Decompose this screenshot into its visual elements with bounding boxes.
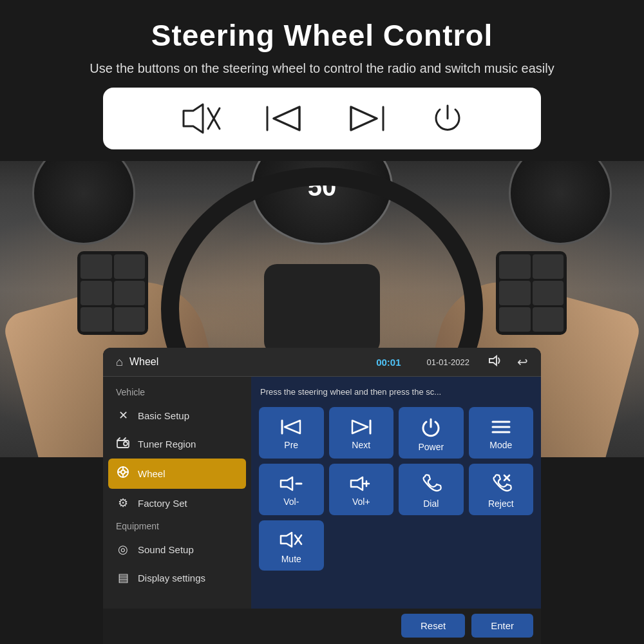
sidebar-label-tuner-region: Tuner Region xyxy=(138,439,196,450)
sidebar-item-basic-setup[interactable]: ✕ Basic Setup xyxy=(103,401,251,430)
sidebar-section-vehicle: Vehicle xyxy=(103,383,251,401)
wrench-icon: ✕ xyxy=(116,408,130,422)
mode-button-label: Mode xyxy=(489,440,512,450)
button-grid-row3: Mute xyxy=(259,520,533,571)
svg-marker-27 xyxy=(351,477,363,490)
panel-time: 00:01 xyxy=(376,357,401,368)
button-grid-row1: Pre Next Power xyxy=(259,407,533,459)
subtitle: Use the buttons on the steering wheel to… xyxy=(39,59,605,77)
wheel-buttons-left xyxy=(77,251,148,335)
panel-date: 01-01-2022 xyxy=(427,357,470,367)
next-icon xyxy=(345,99,390,138)
mute-button[interactable]: Mute xyxy=(259,520,324,571)
dial-label: Dial xyxy=(423,498,439,509)
sidebar-item-display-settings[interactable]: ▤ Display settings xyxy=(103,564,251,592)
sidebar-section-equipment: Equipment xyxy=(103,517,251,535)
svg-point-9 xyxy=(124,442,128,446)
mode-button[interactable]: Mode xyxy=(469,407,534,459)
panel-body: Vehicle ✕ Basic Setup Tuner Region xyxy=(103,377,541,609)
wheel-buttons-right xyxy=(496,251,567,335)
vol-plus-label: Vol+ xyxy=(352,497,370,507)
svg-marker-21 xyxy=(352,421,368,433)
vol-minus-button[interactable]: Vol- xyxy=(259,464,324,515)
home-icon: ⌂ xyxy=(116,355,123,369)
enter-button[interactable]: Enter xyxy=(471,614,533,638)
factory-icon: ⚙ xyxy=(116,496,130,510)
instruction-text: Press the steering wheel and then press … xyxy=(259,384,533,402)
display-icon: ▤ xyxy=(116,571,130,585)
svg-marker-0 xyxy=(184,104,203,133)
reject-button[interactable]: Reject xyxy=(469,464,534,515)
power-button[interactable]: Power xyxy=(399,407,464,459)
sidebar-item-tuner-region[interactable]: Tuner Region xyxy=(103,430,251,459)
wheel-icon xyxy=(116,466,130,482)
panel-title: Wheel xyxy=(129,356,158,368)
svg-marker-32 xyxy=(281,533,292,547)
next-button[interactable]: Next xyxy=(329,407,394,459)
sidebar-label-factory-set: Factory Set xyxy=(138,498,187,509)
sidebar-label-wheel: Wheel xyxy=(138,468,166,479)
vol-plus-button[interactable]: Vol+ xyxy=(329,464,394,515)
svg-marker-7 xyxy=(489,356,497,365)
volume-icon xyxy=(489,355,503,370)
pre-button[interactable]: Pre xyxy=(259,407,324,459)
prev-icon xyxy=(261,99,306,138)
radio-icon xyxy=(116,437,130,451)
reset-button[interactable]: Reset xyxy=(401,614,465,638)
dial-button[interactable]: Dial xyxy=(399,464,464,515)
svg-marker-4 xyxy=(274,107,299,130)
panel-header: ⌂ Wheel 00:01 01-01-2022 ↩ xyxy=(103,348,541,377)
mute-icon xyxy=(177,99,222,138)
button-grid-row2: Vol- Vol+ Dial xyxy=(259,464,533,515)
wheel-inner xyxy=(264,264,380,354)
svg-marker-6 xyxy=(351,107,377,130)
ui-panel: ⌂ Wheel 00:01 01-01-2022 ↩ Vehicle ✕ Bas… xyxy=(103,348,541,644)
svg-marker-25 xyxy=(281,477,292,490)
sidebar-label-sound-setup: Sound Setup xyxy=(138,544,194,555)
sound-icon: ◎ xyxy=(116,542,130,556)
icon-bar xyxy=(103,88,541,149)
sidebar-item-wheel[interactable]: Wheel xyxy=(108,459,246,489)
sidebar-item-sound-setup[interactable]: ◎ Sound Setup xyxy=(103,535,251,564)
power-icon xyxy=(428,99,467,138)
sidebar-label-basic-setup: Basic Setup xyxy=(138,410,189,421)
pre-button-label: Pre xyxy=(284,440,298,450)
main-title: Steering Wheel Control xyxy=(39,18,605,53)
vol-minus-label: Vol- xyxy=(283,497,299,507)
reject-label: Reject xyxy=(488,498,514,509)
svg-marker-19 xyxy=(285,421,300,433)
action-row: Reset Enter xyxy=(103,609,541,644)
sidebar-item-factory-set[interactable]: ⚙ Factory Set xyxy=(103,489,251,517)
mute-button-label: Mute xyxy=(281,554,301,564)
content-area: Press the steering wheel and then press … xyxy=(251,377,541,609)
power-button-label: Power xyxy=(418,442,444,452)
header-section: Steering Wheel Control Use the buttons o… xyxy=(0,0,644,161)
sidebar: Vehicle ✕ Basic Setup Tuner Region xyxy=(103,377,251,609)
next-button-label: Next xyxy=(352,440,370,450)
back-icon[interactable]: ↩ xyxy=(517,354,528,370)
sidebar-label-display-settings: Display settings xyxy=(138,573,205,583)
